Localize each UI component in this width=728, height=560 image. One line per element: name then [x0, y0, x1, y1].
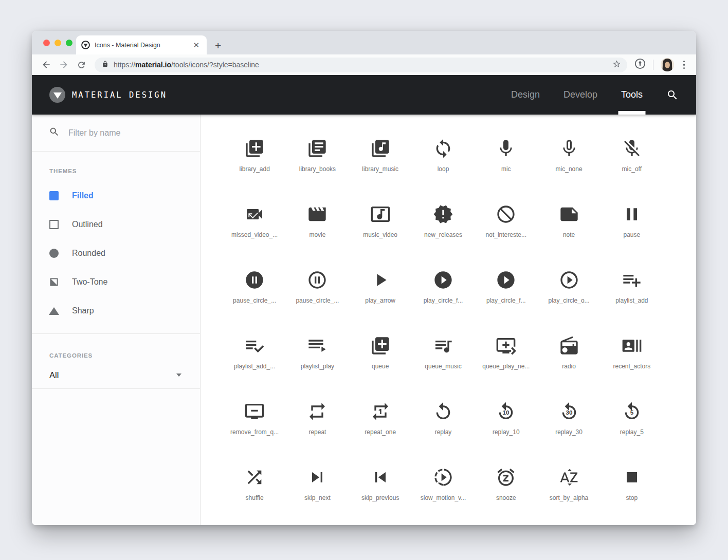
icon-label: skip_previous	[361, 494, 399, 501]
icon-glyph	[307, 270, 327, 290]
filled-square-icon	[49, 191, 59, 200]
icon-cell-replay_5[interactable]: 5 replay_5	[600, 391, 663, 457]
icon-grid: library_add library_books library_music …	[201, 115, 696, 525]
profile-avatar[interactable]	[661, 58, 674, 71]
icon-cell-play_circle_filled[interactable]: play_circle_f...	[412, 259, 475, 325]
icon-cell-mic_off[interactable]: mic_off	[600, 128, 663, 194]
icon-cell-queue[interactable]: queue	[349, 325, 412, 391]
theme-two-tone[interactable]: Two-Tone	[32, 268, 200, 296]
icon-cell-queue_music[interactable]: queue_music	[412, 325, 475, 391]
icon-cell-not_interested[interactable]: not_intereste...	[475, 194, 537, 259]
icon-label: pause	[623, 231, 640, 238]
icon-cell-playlist_add[interactable]: playlist_add	[600, 259, 663, 325]
icon-cell-playlist_add_check[interactable]: playlist_add_...	[223, 325, 286, 391]
forward-button[interactable]	[57, 58, 71, 72]
icon-cell-stop[interactable]: stop	[600, 457, 663, 522]
icon-cell-movie[interactable]: movie	[286, 194, 349, 259]
icon-cell-replay[interactable]: replay	[412, 391, 475, 457]
icon-label: queue	[372, 363, 389, 370]
icon-cell-remove_from_queue[interactable]: remove_from_q...	[223, 391, 286, 457]
icon-cell-replay_10[interactable]: 10 replay_10	[475, 391, 537, 457]
icon-cell-mic_none[interactable]: mic_none	[537, 128, 600, 194]
theme-rounded[interactable]: Rounded	[32, 239, 200, 268]
icon-glyph	[622, 204, 642, 225]
site-nav: Design Develop Tools	[511, 75, 643, 115]
header-search-icon[interactable]	[666, 89, 679, 101]
icon-cell-play_circle_filled_white[interactable]: play_circle_f...	[475, 259, 537, 325]
icon-cell-library_music[interactable]: library_music	[349, 128, 412, 194]
icon-glyph	[559, 204, 579, 225]
icon-glyph	[244, 401, 265, 422]
icon-label: shuffle	[246, 494, 264, 501]
icon-cell-library_books[interactable]: library_books	[286, 128, 349, 194]
brand-title: MATERIAL DESIGN	[72, 90, 167, 100]
icon-cell-repeat[interactable]: repeat	[286, 391, 349, 457]
icon-cell-skip_previous[interactable]: skip_previous	[349, 457, 412, 522]
icon-glyph	[559, 138, 579, 159]
address-bar[interactable]: https://material.io/tools/icons/?style=b…	[95, 58, 627, 72]
icon-label: library_books	[299, 165, 336, 173]
new-tab-button[interactable]: +	[215, 40, 221, 51]
filter-placeholder: Filter by name	[68, 128, 120, 138]
icon-cell-radio[interactable]: radio	[537, 325, 600, 391]
category-dropdown[interactable]: All	[32, 362, 200, 388]
icon-cell-note[interactable]: note	[537, 194, 600, 259]
icon-cell-sort_by_alpha[interactable]: sort_by_alpha	[537, 457, 600, 522]
icon-cell-skip_next[interactable]: skip_next	[286, 457, 349, 522]
icon-cell-playlist_play[interactable]: playlist_play	[286, 325, 349, 391]
reload-button[interactable]	[74, 58, 88, 72]
search-icon	[49, 126, 60, 139]
bookmark-star-icon[interactable]	[612, 60, 621, 70]
icon-cell-missed_video_call[interactable]: missed_video_...	[223, 194, 286, 259]
icon-cell-play_circle_outline[interactable]: play_circle_o...	[537, 259, 600, 325]
icon-glyph	[496, 204, 516, 225]
icon-cell-pause[interactable]: pause	[600, 194, 663, 259]
icon-cell-shuffle[interactable]: shuffle	[223, 457, 286, 522]
icon-label: radio	[562, 363, 576, 370]
icon-cell-replay_30[interactable]: 30 replay_30	[537, 391, 600, 457]
icon-cell-loop[interactable]: loop	[412, 128, 475, 194]
icon-label: skip_next	[304, 494, 331, 501]
icon-cell-slow_motion_video[interactable]: slow_motion_v...	[412, 457, 475, 522]
extension-keyhole-icon[interactable]	[634, 58, 646, 71]
fullscreen-window-button[interactable]	[66, 40, 72, 46]
nav-tools[interactable]: Tools	[621, 75, 643, 115]
sidebar: Filter by name THEMES Filled Outlined	[32, 115, 201, 525]
icon-cell-pause_circle_outline[interactable]: pause_circle_...	[286, 259, 349, 325]
filter-search-field[interactable]: Filter by name	[32, 115, 200, 152]
theme-outlined[interactable]: Outlined	[32, 210, 200, 239]
browser-window: Icons - Material Design ✕ + https://mate…	[32, 31, 696, 525]
icon-glyph	[622, 138, 642, 159]
icon-cell-repeat_one[interactable]: repeat_one	[349, 391, 412, 457]
icon-glyph	[433, 467, 453, 488]
icon-cell-mic[interactable]: mic	[475, 128, 537, 194]
nav-design[interactable]: Design	[511, 75, 540, 115]
icon-label: play_circle_o...	[549, 297, 590, 304]
browser-menu-icon[interactable]	[681, 61, 687, 69]
icon-glyph	[559, 335, 579, 356]
icon-glyph: 5	[622, 401, 642, 422]
categories-label: CATEGORIES	[32, 334, 200, 359]
icon-cell-play_arrow[interactable]: play_arrow	[349, 259, 412, 325]
themes-label: THEMES	[32, 152, 200, 174]
icon-glyph	[433, 270, 453, 290]
icon-cell-queue_play_next[interactable]: queue_play_ne...	[475, 325, 537, 391]
theme-filled[interactable]: Filled	[32, 181, 200, 210]
back-button[interactable]	[39, 58, 53, 72]
nav-develop[interactable]: Develop	[563, 75, 597, 115]
icon-cell-snooze[interactable]: snooze	[475, 457, 537, 522]
icon-cell-new_releases[interactable]: new_releases	[412, 194, 475, 259]
material-design-logo-icon[interactable]	[49, 87, 65, 103]
minimize-window-button[interactable]	[54, 40, 61, 46]
browser-tab[interactable]: Icons - Material Design ✕	[76, 35, 207, 54]
icon-cell-recent_actors[interactable]: recent_actors	[600, 325, 663, 391]
theme-sharp[interactable]: Sharp	[32, 296, 200, 325]
icon-cell-library_add[interactable]: library_add	[223, 128, 286, 194]
icon-cell-music_video[interactable]: music_video	[349, 194, 412, 259]
icon-label: playlist_add	[615, 297, 648, 304]
icon-glyph	[307, 467, 327, 488]
tab-close-icon[interactable]: ✕	[191, 40, 202, 50]
browser-toolbar: https://material.io/tools/icons/?style=b…	[32, 54, 696, 75]
icon-cell-pause_circle_filled[interactable]: pause_circle_...	[223, 259, 286, 325]
close-window-button[interactable]	[43, 40, 50, 46]
